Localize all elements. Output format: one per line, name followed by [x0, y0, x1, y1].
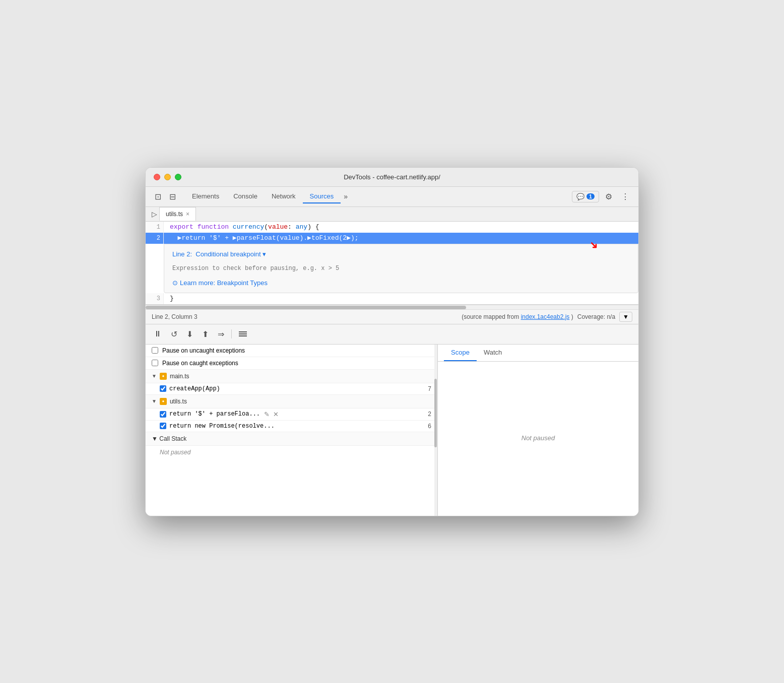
pause-uncaught-checkbox[interactable] — [152, 347, 158, 354]
more-tabs-icon[interactable]: » — [341, 190, 351, 202]
main-pane: Pause on uncaught exceptions Pause on ca… — [146, 345, 638, 516]
bp-checkbox-return-dollar[interactable] — [160, 411, 166, 418]
file-tab-close-icon[interactable]: × — [186, 211, 189, 217]
delete-bp-button[interactable]: ✕ — [272, 411, 280, 418]
file-icon-main: ● — [160, 373, 167, 380]
bp-checkbox-return-promise[interactable] — [160, 423, 166, 429]
title-bar: DevTools - coffee-cart.netlify.app/ — [146, 168, 638, 187]
coverage-text: Coverage: n/a — [577, 313, 615, 320]
horizontal-scrollbar[interactable] — [146, 305, 638, 310]
toolbar-right: 💬 1 ⚙ ⋮ — [572, 190, 632, 203]
traffic-lights — [154, 174, 181, 180]
debug-divider — [231, 329, 232, 338]
file-tab-arrow[interactable]: ▷ — [150, 207, 159, 221]
section-arrow-utils[interactable]: ▼ — [152, 398, 157, 404]
panel-scrollbar[interactable] — [434, 345, 437, 516]
bp-line-num-create-app: 7 — [428, 385, 431, 392]
bp-label-return-promise: return new Promise(resolve... — [169, 423, 275, 430]
minimize-button[interactable] — [164, 174, 171, 180]
breakpoint-popup: Line 2: Conditional breakpoint ▾ ⊙ Learn… — [164, 244, 638, 293]
tab-elements[interactable]: Elements — [185, 190, 226, 203]
left-panel: Pause on uncaught exceptions Pause on ca… — [146, 345, 438, 516]
code-line-3: 3 } — [146, 293, 638, 304]
feedback-button[interactable]: 💬 1 — [572, 191, 599, 202]
devtools-window: DevTools - coffee-cart.netlify.app/ ⊡ ⊟ … — [145, 167, 639, 516]
bp-row-return-dollar: return '$' + parseFloa... ✎ ✕ 2 ➜ — [146, 408, 437, 421]
settings-icon[interactable]: ⚙ — [602, 190, 615, 203]
bp-checkbox-create-app[interactable] — [160, 385, 166, 392]
main-toolbar: ⊡ ⊟ Elements Console Network Sources » 💬… — [146, 187, 638, 207]
call-stack-value: Not paused — [146, 446, 437, 459]
tab-scope[interactable]: Scope — [444, 345, 477, 361]
chat-icon: 💬 — [576, 193, 584, 200]
device-icon[interactable]: ⊟ — [166, 190, 179, 203]
status-bar: Line 2, Column 3 (source mapped from ind… — [146, 310, 638, 324]
edit-bp-button[interactable]: ✎ — [263, 411, 271, 418]
badge-count: 1 — [586, 193, 595, 199]
source-map-text: (source mapped from index.1ac4eab2.js ) — [462, 313, 573, 320]
tab-console[interactable]: Console — [226, 190, 265, 203]
maximize-button[interactable] — [175, 174, 181, 180]
code-line-2: 2 ▶return '$' + ▶parseFloat(value).▶toFi… — [146, 233, 638, 244]
panel-scrollbar-thumb[interactable] — [434, 379, 437, 447]
bp-row-return-promise: return new Promise(resolve... 6 — [146, 421, 437, 432]
not-paused-text: Not paused — [438, 362, 638, 514]
line-content-1: export function currency(value: any) { — [164, 222, 638, 233]
source-map-close: ) — [571, 313, 573, 320]
cursor-position: Line 2, Column 3 — [152, 313, 198, 320]
file-tab-name: utils.ts — [166, 211, 183, 218]
pause-caught-checkbox[interactable] — [152, 360, 158, 366]
right-panel: Scope Watch Not paused — [438, 345, 638, 516]
bp-label-return-dollar: return '$' + parseFloa... — [169, 411, 260, 418]
pause-button[interactable]: ⏸ — [152, 327, 164, 340]
status-right: (source mapped from index.1ac4eab2.js ) … — [462, 312, 632, 322]
step-back-button[interactable]: ↺ — [169, 327, 179, 341]
line-content-2: ▶return '$' + ▶parseFloat(value).▶toFixe… — [164, 233, 638, 244]
menu-icon[interactable]: ⋮ — [618, 190, 632, 203]
tab-network[interactable]: Network — [265, 190, 303, 203]
step-into-button[interactable]: ⬇ — [184, 327, 195, 341]
left-panel-scroll[interactable]: Pause on uncaught exceptions Pause on ca… — [146, 345, 437, 516]
file-tab-utils[interactable]: utils.ts × — [159, 207, 196, 221]
bp-row-create-app: createApp(App) 7 — [146, 383, 437, 395]
bp-label-create-app: createApp(App) — [169, 385, 220, 392]
breakpoint-title: Line 2: Conditional breakpoint ▾ — [172, 250, 630, 258]
file-tabs: ▷ utils.ts × — [146, 207, 638, 222]
file-icon-utils: ● — [160, 398, 167, 405]
section-main-ts: ▼ ● main.ts — [146, 370, 437, 383]
code-line-1: 1 export function currency(value: any) { — [146, 222, 638, 233]
inspect-icon[interactable]: ⊡ — [152, 190, 164, 203]
breakpoint-line-label: Line 2: — [172, 250, 192, 258]
scrollbar-thumb[interactable] — [146, 306, 466, 309]
tab-watch[interactable]: Watch — [477, 345, 509, 361]
section-name-main: main.ts — [170, 373, 189, 380]
source-map-link[interactable]: index.1ac4eab2.js — [521, 313, 570, 320]
pause-caught-label: Pause on caught exceptions — [162, 360, 238, 367]
breakpoint-type-label[interactable]: Conditional breakpoint ▾ — [195, 250, 266, 258]
close-button[interactable] — [154, 174, 160, 180]
link-text: Learn more: Breakpoint Types — [180, 279, 268, 287]
scope-tabs: Scope Watch — [438, 345, 638, 362]
step-out-button[interactable]: ⇒ — [216, 327, 226, 341]
line-content-3: } — [164, 293, 638, 304]
coverage-collapse-btn[interactable]: ▼ — [619, 312, 632, 322]
step-over-button[interactable]: ⬆ — [200, 327, 211, 341]
debug-toolbar: ⏸ ↺ ⬇ ⬆ ⇒ — [146, 324, 638, 345]
source-map-prefix: (source mapped from — [462, 313, 519, 320]
section-utils-ts: ▼ ● utils.ts — [146, 395, 437, 408]
line-number-1: 1 — [146, 222, 164, 233]
tab-sources[interactable]: Sources — [303, 190, 341, 203]
section-name-utils: utils.ts — [170, 398, 187, 405]
code-editor: 1 export function currency(value: any) {… — [146, 222, 638, 305]
breakpoint-expression-input[interactable] — [172, 263, 630, 274]
deactivate-breakpoints-button[interactable] — [237, 327, 249, 340]
link-arrow-icon: ⊙ — [172, 279, 178, 287]
bp-line-num-return-promise: 6 — [428, 423, 431, 430]
line-number-3: 3 — [146, 293, 164, 304]
exception-row-caught: Pause on caught exceptions — [146, 357, 437, 370]
bp-actions: ✎ ✕ — [263, 411, 280, 418]
section-arrow-main[interactable]: ▼ — [152, 373, 157, 379]
bp-line-num-return-dollar: 2 — [428, 411, 431, 418]
breakpoint-learn-more-link[interactable]: ⊙ Learn more: Breakpoint Types — [172, 279, 630, 287]
tab-nav: Elements Console Network Sources » — [185, 190, 570, 203]
